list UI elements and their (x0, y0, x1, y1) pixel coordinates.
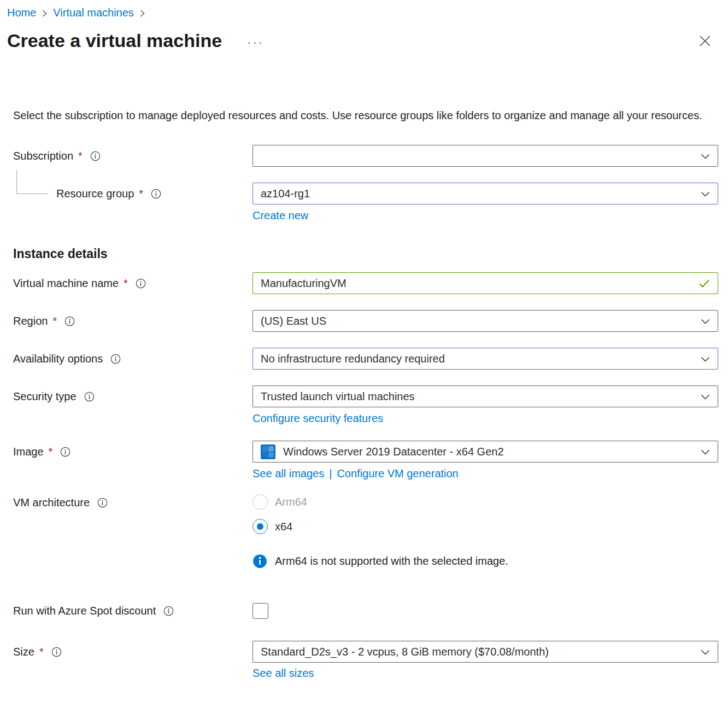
spot-discount-checkbox[interactable] (253, 603, 268, 619)
info-icon[interactable] (60, 447, 71, 457)
chevron-right-icon (139, 9, 145, 17)
availability-options-dropdown[interactable]: No infrastructure redundancy required (253, 348, 718, 370)
region-dropdown[interactable]: (US) East US (253, 310, 718, 332)
security-type-label: Security type (13, 385, 253, 407)
info-icon[interactable] (51, 647, 62, 657)
required-asterisk: * (39, 646, 44, 658)
size-dropdown[interactable]: Standard_D2s_v3 - 2 vcpus, 8 GiB memory … (253, 641, 718, 663)
resource-group-row: Resource group * az104-rg1 Create new (13, 183, 718, 222)
image-row: Image * (13, 441, 718, 480)
info-icon[interactable] (136, 278, 146, 289)
size-label: Size * (13, 641, 253, 663)
spot-discount-row: Run with Azure Spot discount (13, 602, 718, 619)
intro-text: Select the subscription to manage deploy… (13, 107, 703, 124)
subscription-label: Subscription * (13, 145, 253, 167)
info-icon[interactable] (163, 606, 174, 616)
radio-icon (253, 519, 268, 534)
required-asterisk: * (49, 446, 53, 458)
chevron-right-icon (42, 9, 48, 17)
resource-group-dropdown[interactable]: az104-rg1 (253, 183, 718, 204)
chevron-down-icon (701, 393, 710, 400)
availability-options-label: Availability options (13, 348, 253, 370)
security-type-row: Security type Trusted launch virtual mac… (13, 385, 718, 425)
see-all-sizes-link[interactable]: See all sizes (253, 667, 314, 679)
info-icon[interactable] (97, 498, 108, 508)
vm-name-value: ManufacturingVM (261, 277, 692, 290)
see-all-images-link[interactable]: See all images (253, 467, 324, 480)
required-asterisk: * (78, 150, 83, 162)
info-icon[interactable] (84, 391, 95, 402)
vm-architecture-row: VM architecture Arm64 x64 (13, 494, 718, 569)
info-icon[interactable] (151, 189, 161, 199)
valid-check-icon (698, 279, 710, 288)
image-dropdown[interactable]: Windows Server 2019 Datacenter - x64 Gen… (253, 441, 718, 463)
vm-name-input[interactable]: ManufacturingVM (253, 272, 718, 294)
region-value: (US) East US (261, 315, 694, 327)
spot-discount-label: Run with Azure Spot discount (13, 602, 253, 619)
more-options-button[interactable]: ··· (247, 32, 264, 50)
resource-group-label: Resource group * (13, 183, 253, 204)
info-icon[interactable] (110, 354, 121, 364)
security-type-dropdown[interactable]: Trusted launch virtual machines (253, 385, 718, 407)
chevron-down-icon (701, 355, 710, 362)
chevron-down-icon (701, 152, 710, 160)
size-row: Size * Standard_D2s_v3 - 2 vcpus, 8 GiB … (13, 641, 718, 680)
required-asterisk: * (52, 315, 57, 327)
title-bar: Create a virtual machine ··· (7, 30, 718, 51)
info-filled-icon (253, 554, 267, 569)
radio-icon (253, 494, 268, 510)
create-new-link[interactable]: Create new (253, 209, 308, 221)
vm-architecture-radio-group: Arm64 x64 (253, 494, 718, 534)
region-row: Region * (US) East US (13, 310, 718, 332)
create-vm-page: Home Virtual machines Create a virtual m… (0, 0, 728, 680)
radio-x64[interactable]: x64 (253, 519, 718, 534)
breadcrumb-virtual-machines[interactable]: Virtual machines (53, 7, 133, 19)
page-title: Create a virtual machine (7, 30, 222, 51)
info-icon[interactable] (64, 316, 75, 326)
chevron-down-icon (701, 190, 710, 197)
chevron-down-icon (701, 648, 710, 656)
close-icon[interactable] (696, 32, 714, 50)
size-value: Standard_D2s_v3 - 2 vcpus, 8 GiB memory … (261, 646, 694, 658)
radio-arm64[interactable]: Arm64 (253, 494, 718, 510)
chevron-down-icon (701, 317, 710, 325)
form-content: Select the subscription to manage deploy… (13, 107, 718, 680)
region-label: Region * (13, 310, 253, 332)
configure-security-features-link[interactable]: Configure security features (253, 412, 383, 424)
vm-architecture-label: VM architecture (13, 494, 253, 511)
windows-logo-icon (261, 444, 275, 459)
subscription-dropdown[interactable] (253, 145, 718, 167)
required-asterisk: * (124, 277, 128, 290)
arm64-info-text: Arm64 is not supported with the selected… (275, 555, 508, 568)
arm64-info-message: Arm64 is not supported with the selected… (253, 554, 718, 569)
breadcrumb: Home Virtual machines (7, 5, 718, 19)
availability-options-value: No infrastructure redundancy required (261, 353, 694, 365)
info-icon[interactable] (90, 151, 101, 161)
availability-options-row: Availability options No infrastructure r… (13, 348, 718, 370)
image-label: Image * (13, 441, 253, 463)
breadcrumb-home[interactable]: Home (7, 7, 36, 19)
configure-vm-generation-link[interactable]: Configure VM generation (337, 467, 458, 480)
subscription-row: Subscription * (13, 145, 718, 167)
chevron-down-icon (701, 448, 710, 455)
resource-group-value: az104-rg1 (261, 188, 694, 200)
instance-details-heading: Instance details (13, 247, 718, 261)
link-separator: | (329, 467, 332, 480)
required-asterisk: * (139, 188, 143, 200)
vm-name-label: Virtual machine name * (13, 272, 253, 294)
radio-arm64-label: Arm64 (275, 496, 307, 508)
vm-name-row: Virtual machine name * ManufacturingVM (13, 272, 718, 294)
radio-x64-label: x64 (275, 520, 292, 533)
image-value: Windows Server 2019 Datacenter - x64 Gen… (283, 446, 694, 458)
security-type-value: Trusted launch virtual machines (261, 390, 694, 403)
